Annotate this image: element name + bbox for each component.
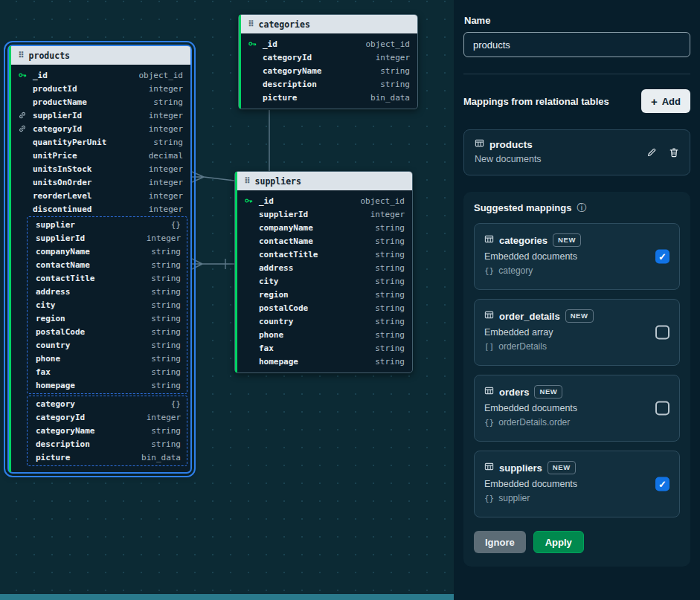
mapping-card-products[interactable]: productsNew documents — [463, 129, 690, 175]
field-row-quantityPerUnit[interactable]: quantityPerUnitstring — [9, 135, 190, 149]
field-row-discontinued[interactable]: discontinuedinteger — [9, 202, 190, 216]
entity-field-list: _idobject_idcategoryIdintegercategoryNam… — [239, 33, 417, 109]
field-row-description[interactable]: descriptionstring — [28, 437, 187, 451]
entity-categories[interactable]: ⠿ categories _idobject_idcategoryIdinteg… — [238, 14, 418, 109]
field-row-region[interactable]: regionstring — [28, 312, 187, 325]
field-type: string — [151, 341, 181, 350]
field-type: string — [153, 97, 183, 107]
field-row-_id[interactable]: _idobject_id — [235, 194, 412, 207]
field-row-contactTitle[interactable]: contactTitlestring — [235, 248, 412, 261]
field-row-country[interactable]: countrystring — [235, 314, 412, 328]
field-name: region — [36, 314, 65, 323]
field-row-address[interactable]: addressstring — [235, 261, 412, 274]
add-mapping-button[interactable]: + Add — [641, 89, 690, 113]
apply-button[interactable]: Apply — [533, 531, 584, 553]
field-row-unitPrice[interactable]: unitPricedecimal — [9, 149, 190, 162]
field-row-unitsInStock[interactable]: unitsInStockinteger — [9, 162, 190, 175]
field-row-categoryName[interactable]: categoryNamestring — [28, 424, 187, 437]
field-name: fax — [259, 343, 274, 353]
field-row-country[interactable]: countrystring — [28, 338, 187, 352]
field-row-picture[interactable]: picturebin_data — [239, 91, 417, 104]
field-row-phone[interactable]: phonestring — [28, 352, 187, 365]
table-icon — [484, 385, 494, 399]
suggestion-checkbox[interactable]: ✓ — [655, 250, 670, 264]
info-icon[interactable]: ⓘ — [577, 203, 586, 213]
suggestion-checkbox[interactable]: ✓ — [655, 477, 670, 491]
name-input[interactable] — [463, 32, 690, 57]
field-type: string — [375, 303, 405, 313]
delete-icon[interactable] — [669, 147, 679, 158]
field-row-categoryName[interactable]: categoryNamestring — [239, 64, 417, 77]
suggested-mappings-header: Suggested mappings — [474, 202, 571, 213]
field-row-phone[interactable]: phonestring — [235, 328, 412, 341]
field-row-fax[interactable]: faxstring — [28, 365, 187, 378]
suggestion-checkbox[interactable] — [655, 326, 670, 340]
suggestion-target-path: {}supplier — [484, 493, 645, 503]
field-row-categoryId[interactable]: categoryIdinteger — [239, 51, 417, 64]
field-row-address[interactable]: addressstring — [28, 285, 187, 298]
field-type: integer — [149, 204, 183, 214]
path-text: orderDetails — [498, 341, 547, 352]
field-name: unitsOnOrder — [33, 178, 91, 187]
suggested-mapping-card-categories[interactable]: categoriesNEWEmbedded documents{}categor… — [474, 223, 680, 290]
horizontal-scrollbar[interactable] — [0, 594, 454, 600]
field-type: string — [151, 381, 181, 390]
field-row-region[interactable]: regionstring — [235, 288, 412, 301]
field-row-homepage[interactable]: homepagestring — [235, 355, 412, 368]
suggested-mapping-card-suppliers[interactable]: suppliersNEWEmbedded documents{}supplier… — [474, 451, 680, 517]
field-type: integer — [149, 178, 183, 187]
field-row-productId[interactable]: productIdinteger — [9, 82, 190, 95]
field-row-supplierId[interactable]: supplierIdinteger — [28, 231, 187, 245]
field-name: description — [263, 80, 317, 89]
field-name: supplierId — [33, 111, 82, 120]
scrollbar-thumb[interactable] — [0, 594, 454, 600]
edge-products-suppliers-top[interactable] — [204, 177, 234, 181]
field-row-fax[interactable]: faxstring — [235, 341, 412, 355]
field-row-supplier[interactable]: supplier{} — [28, 218, 187, 231]
field-row-_id[interactable]: _idobject_id — [9, 68, 190, 82]
field-row-postalCode[interactable]: postalCodestring — [28, 325, 187, 338]
field-row-categoryId[interactable]: categoryIdinteger — [28, 410, 187, 424]
embedded-group-supplier: supplier{}supplierIdintegercompanyNamest… — [27, 216, 187, 394]
entity-products[interactable]: ⠿ products _idobject_idproductIdintegerp… — [7, 45, 192, 474]
field-row-supplierId[interactable]: supplierIdinteger — [235, 207, 412, 221]
field-row-homepage[interactable]: homepagestring — [28, 378, 187, 392]
field-row-contactName[interactable]: contactNamestring — [28, 258, 187, 271]
edit-icon[interactable] — [646, 147, 657, 158]
field-row-category[interactable]: category{} — [28, 397, 187, 410]
field-row-companyName[interactable]: companyNamestring — [28, 245, 187, 258]
schema-diagram-canvas[interactable]: ⠿ products _idobject_idproductIdintegerp… — [0, 0, 454, 600]
field-row-description[interactable]: descriptionstring — [239, 77, 417, 91]
field-name: picture — [263, 93, 297, 103]
field-row-picture[interactable]: picturebin_data — [28, 451, 187, 464]
entity-header-suppliers[interactable]: ⠿ suppliers — [235, 172, 412, 190]
field-type: string — [151, 287, 181, 297]
field-row-unitsOnOrder[interactable]: unitsOnOrderinteger — [9, 175, 190, 189]
field-name: categoryId — [263, 53, 312, 62]
field-row-categoryId[interactable]: categoryIdinteger — [9, 122, 190, 135]
field-row-reorderLevel[interactable]: reorderLevelinteger — [9, 189, 190, 202]
field-row-supplierId[interactable]: supplierIdinteger — [9, 109, 190, 122]
suggested-mapping-card-order_details[interactable]: order_detailsNEWEmbedded array[]orderDet… — [474, 299, 680, 366]
field-name: supplierId — [36, 233, 85, 243]
field-name: unitPrice — [33, 151, 77, 161]
field-type: string — [151, 327, 181, 337]
field-name: supplierId — [259, 210, 308, 219]
suggestion-type: Embedded documents — [484, 251, 645, 262]
field-name: _id — [259, 196, 274, 206]
field-row-city[interactable]: citystring — [28, 298, 187, 312]
field-row-companyName[interactable]: companyNamestring — [235, 221, 412, 234]
suggestion-checkbox[interactable] — [655, 401, 670, 416]
field-row-_id[interactable]: _idobject_id — [239, 37, 417, 51]
field-name: companyName — [259, 223, 313, 233]
entity-header-categories[interactable]: ⠿ categories — [239, 15, 417, 33]
field-row-contactName[interactable]: contactNamestring — [235, 234, 412, 248]
field-row-city[interactable]: citystring — [235, 274, 412, 288]
entity-suppliers[interactable]: ⠿ suppliers _idobject_idsupplierIdintege… — [234, 171, 413, 373]
entity-header-products[interactable]: ⠿ products — [9, 46, 190, 65]
field-row-productName[interactable]: productNamestring — [9, 95, 190, 109]
ignore-button[interactable]: Ignore — [474, 531, 526, 553]
field-row-contactTitle[interactable]: contactTitlestring — [28, 271, 187, 285]
suggested-mapping-card-orders[interactable]: ordersNEWEmbedded documents{}orderDetail… — [474, 375, 680, 442]
field-row-postalCode[interactable]: postalCodestring — [235, 301, 412, 314]
